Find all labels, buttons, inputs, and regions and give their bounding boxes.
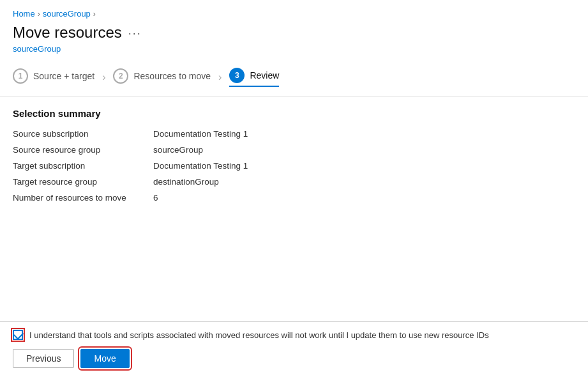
label-target-subscription: Target subscription (13, 161, 153, 171)
label-number-of-resources: Number of resources to move (13, 193, 153, 203)
footer-notice-text: I understand that tools and scripts asso… (29, 330, 489, 341)
page-title: Move resources (13, 24, 122, 42)
breadcrumb-separator-1: › (38, 10, 40, 19)
step-2[interactable]: 2 Resources to move (113, 68, 211, 86)
value-source-subscription: Documentation Testing 1 (153, 129, 575, 139)
breadcrumb-group[interactable]: sourceGroup (43, 9, 91, 19)
checkbox-wrapper (13, 330, 23, 340)
footer-buttons: Previous Move (13, 349, 575, 368)
understand-checkbox[interactable] (13, 330, 23, 340)
step-3-label: Review (250, 70, 279, 81)
footer: I understand that tools and scripts asso… (0, 321, 588, 377)
step-1-circle: 1 (13, 68, 28, 84)
label-target-resource-group: Target resource group (13, 177, 153, 187)
summary-table: Source subscription Documentation Testin… (13, 129, 575, 203)
step-3[interactable]: 3 Review (229, 68, 279, 87)
more-options-icon[interactable]: ··· (128, 27, 142, 40)
previous-button[interactable]: Previous (13, 349, 74, 368)
steps-bar: 1 Source + target › 2 Resources to move … (0, 61, 588, 96)
page-subtitle: sourceGroup (0, 43, 588, 61)
breadcrumb-home[interactable]: Home (13, 9, 35, 19)
label-source-resource-group: Source resource group (13, 145, 153, 155)
breadcrumb: Home › sourceGroup › (0, 0, 588, 21)
footer-notice: I understand that tools and scripts asso… (13, 330, 575, 341)
page-container: Home › sourceGroup › Move resources ··· … (0, 0, 588, 377)
value-target-resource-group: destinationGroup (153, 177, 575, 187)
value-target-subscription: Documentation Testing 1 (153, 161, 575, 171)
step-2-label: Resources to move (133, 71, 211, 81)
step-1-label: Source + target (33, 71, 94, 81)
section-title: Selection summary (13, 108, 575, 119)
step-separator-1: › (102, 72, 105, 83)
step-2-circle: 2 (113, 68, 128, 84)
value-number-of-resources: 6 (153, 193, 575, 203)
breadcrumb-separator-2: › (93, 10, 96, 19)
content-area: Selection summary Source subscription Do… (0, 96, 588, 321)
page-header: Move resources ··· (0, 21, 588, 43)
step-3-circle: 3 (229, 68, 245, 83)
move-button[interactable]: Move (80, 349, 129, 368)
step-1[interactable]: 1 Source + target (13, 68, 94, 86)
label-source-subscription: Source subscription (13, 129, 153, 139)
step-separator-2: › (218, 72, 222, 83)
value-source-resource-group: sourceGroup (153, 145, 575, 155)
